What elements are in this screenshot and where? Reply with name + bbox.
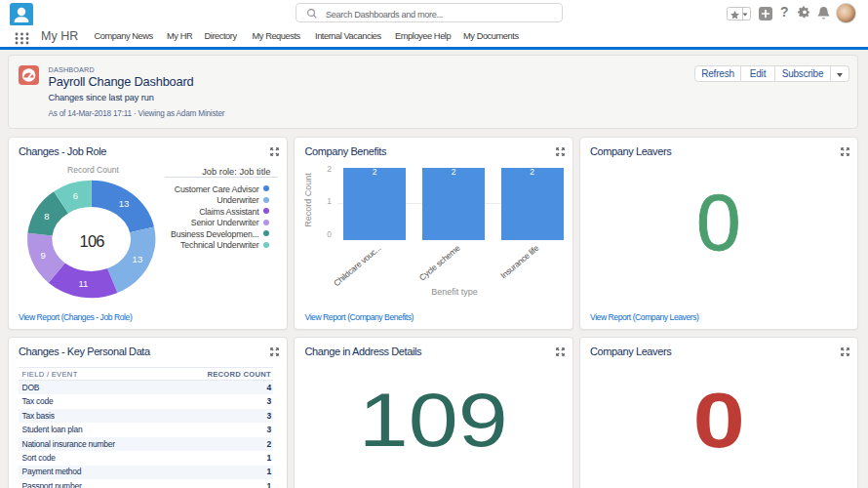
svg-text:8: 8 [44, 211, 49, 222]
svg-text:13: 13 [119, 198, 130, 209]
svg-text:6: 6 [73, 190, 78, 201]
svg-text:11: 11 [79, 278, 89, 289]
svg-text:9: 9 [41, 250, 46, 261]
svg-text:13: 13 [133, 254, 143, 264]
